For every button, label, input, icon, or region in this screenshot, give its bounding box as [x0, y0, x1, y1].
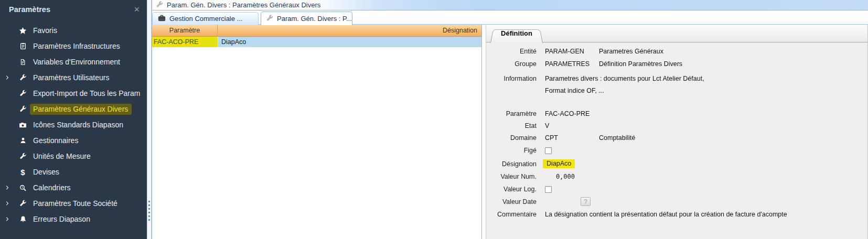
- sidebar-item[interactable]: Paramètres Infrastructures: [0, 38, 147, 54]
- column-header-designation[interactable]: Désignation: [218, 25, 481, 36]
- sidebar-item[interactable]: Gestionnaires: [0, 133, 147, 148]
- tab-label: Param. Gén. Divers : P...: [277, 15, 352, 23]
- field-label: Figé: [486, 147, 537, 154]
- sidebar-item[interactable]: Favoris: [0, 23, 147, 38]
- sidebar-item-label: Paramètres Généraux Divers: [30, 104, 132, 115]
- definition-form: Entité PARAM-GEN Parametres Généraux Gro…: [486, 42, 867, 239]
- field-label: Valeur Log.: [486, 186, 537, 193]
- wrench-icon: [18, 74, 28, 81]
- sidebar-item-label: Export-Import de Tous les Param: [33, 89, 140, 97]
- sidebar-item-label: Erreurs Diapason: [33, 215, 90, 223]
- field-value: FAC-ACO-PRE: [545, 110, 590, 117]
- sidebar: Paramètres × FavorisParamètres Infrastru…: [0, 0, 147, 239]
- wrench-icon: [156, 1, 163, 10]
- tab-definition-label: Définition: [490, 29, 543, 37]
- sidebar-item[interactable]: Variables d'Environnement: [0, 54, 147, 70]
- cell-parametre: FAC-ACO-PRE: [152, 37, 218, 47]
- sidebar-item[interactable]: Unités de Mesure: [0, 148, 147, 164]
- sidebar-item[interactable]: Erreurs Diapason: [0, 211, 147, 227]
- field-fige: Figé: [486, 146, 552, 155]
- document-title: Param. Gén. Divers : Paramètres Généraux…: [167, 1, 320, 9]
- wrench-icon: [18, 105, 28, 113]
- sidebar-item-label: Variables d'Environnement: [33, 58, 120, 66]
- field-label: Valeur Date: [486, 198, 537, 205]
- field-groupe: Groupe PARAMETRES Définition Paramètres …: [486, 60, 682, 68]
- field-label: Paramètre: [486, 110, 537, 117]
- chevron-right-icon[interactable]: [4, 74, 18, 81]
- sidebar-item-label: Devises: [33, 168, 59, 176]
- app-window: Paramètres × FavorisParamètres Infrastru…: [0, 0, 868, 239]
- table-row[interactable]: FAC-ACO-PRE DiapAco: [152, 37, 481, 47]
- sidebar-item-label: Paramètres Toute Société: [33, 199, 117, 208]
- chevron-right-icon[interactable]: [4, 216, 18, 222]
- tab-gestion-commerciale[interactable]: Gestion Commerciale ...: [152, 12, 259, 25]
- grid-header: Paramètre Désignation: [152, 25, 481, 37]
- field-label: Commentaire: [486, 211, 537, 218]
- field-domaine: Domaine CPT Comptabilité: [486, 134, 635, 142]
- column-header-parametre[interactable]: Paramètre: [152, 25, 218, 36]
- field-desc: Parametres Généraux: [599, 48, 663, 55]
- sidebar-items: FavorisParamètres InfrastructuresVariabl…: [0, 23, 147, 227]
- tab-param-gen-divers[interactable]: Param. Gén. Divers : P...: [261, 12, 352, 25]
- sidebar-item[interactable]: Paramètres Généraux Divers: [0, 101, 147, 117]
- wrench-icon: [266, 15, 273, 23]
- highlighted-designation: DiapAco: [543, 159, 575, 168]
- highlighted-parametre: FAC-ACO-PRE: [152, 37, 218, 47]
- date-picker-button[interactable]: ?: [581, 197, 591, 206]
- document-title-bar: Param. Gén. Divers : Paramètres Généraux…: [152, 0, 868, 10]
- field-etat: Etat V: [486, 122, 549, 130]
- field-desc: Comptabilité: [599, 134, 635, 142]
- chevron-right-icon[interactable]: [4, 200, 18, 207]
- field-label: Groupe: [486, 60, 537, 68]
- definition-panel: Définition Entité PARAM-GEN Parametres G…: [486, 25, 868, 239]
- cell-designation: DiapAco: [218, 37, 481, 47]
- field-value: V: [545, 122, 549, 129]
- valeur-num-input[interactable]: 0,000: [545, 173, 575, 180]
- wrench-icon: [18, 90, 28, 97]
- field-label: Information: [486, 73, 537, 85]
- sidebar-item[interactable]: Export-Import de Tous les Param: [0, 85, 147, 101]
- sidebar-item-label: Icônes Standards Diapason: [33, 121, 123, 129]
- sidebar-item[interactable]: $Devises: [0, 164, 147, 180]
- field-label: Etat: [486, 122, 537, 129]
- main-area: Param. Gén. Divers : Paramètres Généraux…: [152, 0, 868, 239]
- field-valeur-log: Valeur Log.: [486, 185, 552, 193]
- sidebar-title: Paramètres: [9, 5, 134, 14]
- sidebar-header: Paramètres ×: [0, 0, 147, 17]
- sidebar-item-label: Paramètres Utilisateurs: [33, 73, 110, 82]
- field-value: Parametres divers : documents pour Lct A…: [545, 73, 704, 97]
- star-icon: [18, 27, 28, 35]
- field-value: La désignation contient la présentation …: [545, 211, 787, 218]
- camera-icon: [18, 121, 28, 129]
- field-parametre: Paramètre FAC-ACO-PRE: [486, 110, 590, 118]
- sidebar-item[interactable]: Paramètres Toute Société: [0, 195, 147, 211]
- fige-checkbox[interactable]: [545, 147, 552, 154]
- field-value: PARAM-GEN: [545, 48, 599, 55]
- field-entite: Entité PARAM-GEN Parametres Généraux: [486, 47, 663, 56]
- field-label: Désignation: [486, 160, 537, 168]
- clipboard-icon: [18, 42, 28, 50]
- chevron-right-icon[interactable]: [4, 184, 18, 191]
- valeur-log-checkbox[interactable]: [545, 186, 552, 193]
- sidebar-item-label: Favoris: [33, 26, 57, 35]
- sidebar-item-label: Gestionnaires: [33, 136, 78, 145]
- information-line-1: Parametres divers : documents pour Lct A…: [545, 73, 704, 85]
- sidebar-item-label: Calendriers: [33, 183, 71, 192]
- field-desc: Définition Paramètres Divers: [599, 60, 682, 68]
- wrench-icon: [18, 153, 28, 160]
- splitter-grip-icon: [148, 201, 150, 221]
- sidebar-item[interactable]: Paramètres Utilisateurs: [0, 70, 147, 85]
- field-label: Entité: [486, 48, 537, 55]
- field-designation: Désignation DiapAco: [486, 159, 575, 168]
- field-valeur-date: Valeur Date ?: [486, 197, 591, 206]
- close-icon[interactable]: ×: [134, 6, 140, 13]
- field-label: Valeur Num.: [486, 173, 537, 180]
- sidebar-splitter[interactable]: [147, 0, 152, 239]
- briefcase-icon: [158, 14, 166, 24]
- sidebar-item[interactable]: Calendriers: [0, 180, 147, 195]
- file-icon: [18, 59, 28, 66]
- definition-tab-strip: Définition: [486, 25, 867, 42]
- parameters-grid: Paramètre Désignation FAC-ACO-PRE DiapAc…: [152, 25, 482, 239]
- sidebar-item[interactable]: Icônes Standards Diapason: [0, 117, 147, 133]
- person-icon: [18, 137, 28, 144]
